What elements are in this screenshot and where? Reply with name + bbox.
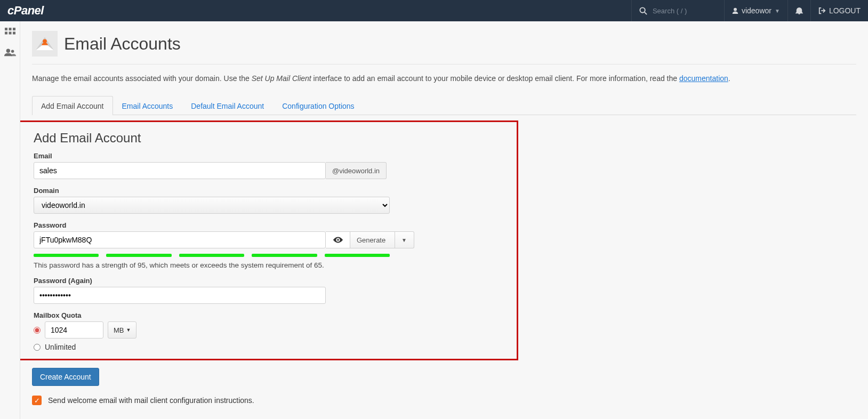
welcome-email-checkbox[interactable]: ✓ (32, 396, 42, 405)
eye-icon (333, 237, 343, 243)
bell-icon (795, 7, 803, 14)
email-domain-addon: @videoworld.in (326, 162, 387, 179)
logout-label: LOGOUT (829, 6, 861, 15)
quota-unlimited-label: Unlimited (45, 343, 76, 351)
user-menu[interactable]: videowor ▼ (724, 0, 787, 21)
email-accounts-icon (32, 31, 58, 57)
tab-strip: Add Email Account Email Accounts Default… (32, 95, 856, 115)
email-input[interactable] (34, 162, 326, 179)
search-container[interactable] (631, 0, 724, 21)
search-icon (639, 7, 647, 15)
quota-size-input[interactable] (45, 321, 103, 339)
generate-password-dropdown[interactable]: ▼ (395, 231, 414, 248)
logout-icon (818, 7, 826, 14)
svg-point-13 (43, 39, 47, 43)
welcome-email-label: Send welcome email with mail client conf… (48, 396, 254, 405)
logout-button[interactable]: LOGOUT (810, 0, 868, 21)
cpanel-logo: cPanel (0, 4, 51, 18)
users-icon[interactable] (4, 48, 16, 57)
tab-default-email[interactable]: Default Email Account (182, 96, 273, 115)
top-nav: cPanel videowor ▼ LOGOUT (0, 0, 868, 21)
chevron-down-icon: ▼ (775, 8, 780, 14)
quota-unit-dropdown[interactable]: MB ▼ (108, 321, 136, 339)
toggle-password-visibility[interactable] (326, 231, 350, 248)
password-strength-text: This password has a strength of 95, whic… (34, 261, 515, 269)
caret-down-icon: ▼ (126, 327, 131, 333)
apps-grid-icon[interactable] (5, 28, 15, 38)
password-input[interactable] (34, 231, 326, 248)
password-again-input[interactable] (34, 287, 326, 304)
svg-point-14 (337, 239, 339, 241)
domain-label: Domain (34, 187, 515, 195)
intro-text: Manage the email accounts associated wit… (32, 65, 856, 95)
search-input[interactable] (653, 7, 717, 15)
caret-down-icon: ▼ (401, 237, 407, 243)
generate-password-button[interactable]: Generate (350, 231, 395, 248)
tab-add-email-account[interactable]: Add Email Account (32, 96, 113, 115)
notifications-button[interactable] (787, 0, 810, 21)
user-icon (732, 7, 738, 14)
svg-point-9 (6, 49, 10, 53)
svg-rect-4 (9, 28, 11, 30)
quota-size-radio[interactable] (34, 327, 41, 334)
documentation-link[interactable]: documentation (679, 74, 728, 83)
email-label: Email (34, 152, 515, 160)
domain-select[interactable]: videoworld.in (34, 197, 390, 214)
svg-rect-8 (13, 32, 15, 35)
svg-line-1 (645, 12, 647, 14)
password-again-label: Password (Again) (34, 277, 515, 285)
svg-point-2 (734, 8, 737, 11)
left-rail (0, 21, 20, 419)
quota-unlimited-radio[interactable] (34, 344, 41, 351)
svg-rect-6 (5, 32, 7, 35)
svg-rect-5 (13, 28, 15, 30)
add-email-form: Add Email Account Email @videoworld.in D… (18, 120, 518, 360)
svg-rect-7 (9, 32, 11, 35)
password-strength-meter (34, 254, 390, 257)
panel-title: Add Email Account (34, 131, 515, 146)
page-title: Email Accounts (64, 34, 181, 54)
page-header: Email Accounts (32, 28, 856, 65)
svg-point-0 (640, 7, 645, 12)
svg-point-10 (11, 50, 14, 53)
check-icon: ✓ (34, 397, 40, 405)
user-name: videowor (742, 6, 771, 15)
quota-label: Mailbox Quota (34, 311, 515, 319)
tab-email-accounts[interactable]: Email Accounts (113, 96, 182, 115)
password-label: Password (34, 221, 515, 229)
tab-config-options[interactable]: Configuration Options (273, 96, 363, 115)
svg-rect-3 (5, 28, 7, 30)
create-account-button[interactable]: Create Account (32, 368, 99, 386)
